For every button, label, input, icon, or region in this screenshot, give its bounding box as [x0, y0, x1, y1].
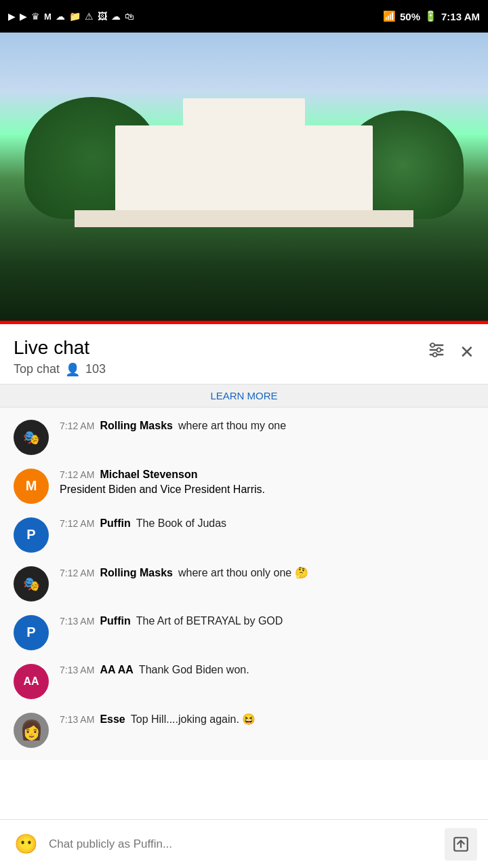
message-author: Puffin: [100, 517, 130, 530]
image-icon: 🖼: [98, 11, 107, 22]
list-item: 🎭 7:12 AM Rolling Masks where art thou o…: [0, 559, 488, 608]
message-meta: 7:12 AM Puffin The Book of Judas: [60, 517, 474, 530]
wifi-icon: 📶: [383, 10, 396, 22]
message-text: where art thou only one 🤔: [178, 566, 308, 579]
cloud-icon: ☁: [56, 11, 65, 22]
avatar: AA: [14, 664, 49, 699]
message-meta: 7:12 AM Rolling Masks where art thou onl…: [60, 566, 474, 579]
message-content: 7:13 AM Puffin The Art of BETRAYAL by GO…: [60, 615, 474, 627]
message-content: 7:12 AM Rolling Masks where art thou onl…: [60, 566, 474, 579]
status-bar: ▶ ▶ ♛ M ☁ 📁 ⚠ 🖼 ☁ 🛍 📶 50% 🔋 7:13 AM: [0, 0, 488, 33]
messages-list: 🎭 7:12 AM Rolling Masks where art thou m…: [0, 408, 488, 760]
list-item: 🎭 7:12 AM Rolling Masks where art thou m…: [0, 413, 488, 462]
message-time: 7:12 AM: [60, 568, 94, 578]
list-item: 👩 7:13 AM Esse Top Hill....joking again.…: [0, 706, 488, 755]
list-item: AA 7:13 AM AA AA Thank God Biden won.: [0, 657, 488, 706]
folder-icon: 📁: [69, 11, 81, 22]
white-house-building: [115, 125, 373, 214]
message-text: Top Hill....joking again. 😆: [131, 713, 256, 726]
message-text: where art thou my one: [178, 420, 286, 432]
viewer-icon: 👤: [65, 362, 80, 377]
video-progress-bar[interactable]: [0, 321, 488, 324]
svg-point-5: [433, 353, 437, 357]
clock: 7:13 AM: [441, 11, 480, 22]
message-content: 7:12 AM Puffin The Book of Judas: [60, 517, 474, 530]
message-time: 7:13 AM: [60, 714, 94, 725]
avatar: P: [14, 517, 49, 553]
settings-icon[interactable]: [427, 340, 446, 364]
crown-icon: ♛: [31, 11, 40, 22]
message-content: 7:12 AM Michael Stevenson President Bide…: [60, 469, 474, 497]
message-text: President Biden and Vice President Harri…: [60, 482, 474, 497]
message-author: Rolling Masks: [100, 567, 173, 579]
close-icon[interactable]: ✕: [460, 342, 474, 363]
message-text: The Book of Judas: [136, 517, 226, 530]
message-time: 7:12 AM: [60, 469, 94, 480]
chat-input-area: 😶: [0, 819, 488, 868]
message-content: 7:12 AM Rolling Masks where art thou my …: [60, 420, 474, 432]
message-author: Rolling Masks: [100, 420, 173, 432]
message-text: The Art of BETRAYAL by GOD: [136, 615, 283, 627]
list-item: M 7:12 AM Michael Stevenson President Bi…: [0, 462, 488, 511]
message-time: 7:12 AM: [60, 420, 94, 431]
send-button[interactable]: [445, 828, 477, 861]
chat-header-right: ✕: [427, 340, 474, 364]
learn-more-banner[interactable]: LEARN MORE: [0, 384, 488, 408]
message-time: 7:13 AM: [60, 665, 94, 675]
message-meta: 7:12 AM Michael Stevenson: [60, 469, 474, 481]
bag-icon: 🛍: [125, 11, 134, 22]
avatar: 🎭: [14, 566, 49, 601]
message-content: 7:13 AM AA AA Thank God Biden won.: [60, 664, 474, 676]
video-thumbnail: [0, 33, 488, 324]
live-chat-title: Live chat: [14, 336, 106, 359]
top-chat-row: Top chat 👤 103: [14, 362, 106, 377]
battery-icon: 🔋: [424, 10, 437, 22]
message-meta: 7:13 AM AA AA Thank God Biden won.: [60, 664, 474, 676]
yt2-icon: ▶: [20, 11, 27, 22]
battery-level: 50%: [400, 11, 420, 22]
mastodon-icon: M: [44, 12, 52, 22]
message-author: Puffin: [100, 615, 130, 627]
message-time: 7:13 AM: [60, 616, 94, 627]
avatar: 🎭: [14, 420, 49, 455]
chat-panel: Live chat Top chat 👤 103 ✕: [0, 324, 488, 868]
avatar: 👩: [14, 713, 49, 748]
status-right: 📶 50% 🔋 7:13 AM: [383, 10, 480, 22]
message-author: AA AA: [100, 664, 133, 676]
top-chat-label: Top chat: [14, 362, 60, 376]
chat-header-left: Live chat Top chat 👤 103: [14, 336, 106, 377]
message-author: Michael Stevenson: [100, 469, 197, 481]
message-text: Thank God Biden won.: [139, 664, 249, 676]
message-time: 7:12 AM: [60, 518, 94, 529]
list-item: P 7:12 AM Puffin The Book of Judas: [0, 511, 488, 559]
avatar: P: [14, 615, 49, 650]
list-item: P 7:13 AM Puffin The Art of BETRAYAL by …: [0, 608, 488, 657]
cloud2-icon: ☁: [111, 11, 121, 22]
message-content: 7:13 AM Esse Top Hill....joking again. 😆: [60, 713, 474, 726]
emoji-icon: 😶: [14, 833, 38, 855]
message-meta: 7:12 AM Rolling Masks where art thou my …: [60, 420, 474, 432]
svg-point-4: [437, 348, 441, 352]
alert-icon: ⚠: [85, 11, 94, 22]
chat-header: Live chat Top chat 👤 103 ✕: [0, 324, 488, 384]
emoji-button[interactable]: 😶: [11, 829, 41, 859]
chat-input[interactable]: [49, 837, 436, 851]
learn-more-text: LEARN MORE: [210, 390, 277, 401]
yt-icon: ▶: [8, 11, 16, 22]
message-author: Esse: [100, 713, 125, 726]
video-player[interactable]: [0, 33, 488, 324]
viewer-count: 103: [85, 362, 106, 376]
svg-point-3: [430, 343, 434, 347]
message-meta: 7:13 AM Esse Top Hill....joking again. 😆: [60, 713, 474, 726]
message-meta: 7:13 AM Puffin The Art of BETRAYAL by GO…: [60, 615, 474, 627]
status-icons-left: ▶ ▶ ♛ M ☁ 📁 ⚠ 🖼 ☁ 🛍: [8, 11, 134, 22]
avatar: M: [14, 469, 49, 504]
